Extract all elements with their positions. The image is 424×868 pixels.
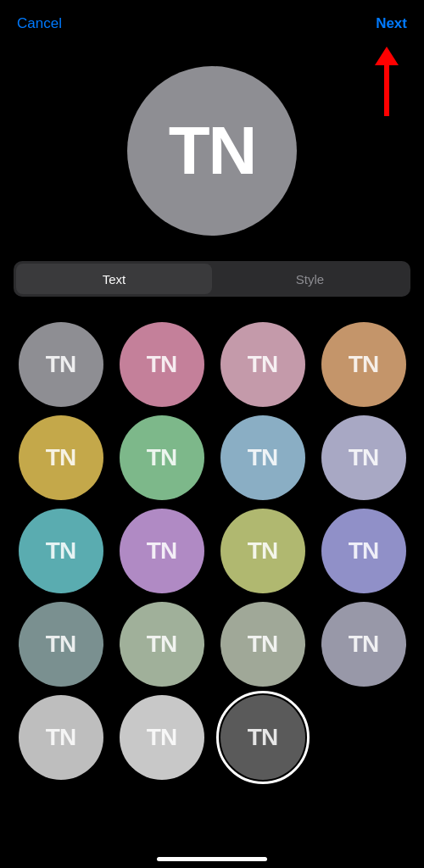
color-circle-initials-c3: TN [248,351,277,378]
color-circle-c13[interactable]: TN [19,602,103,687]
color-circle-initials-c4: TN [349,351,378,378]
color-row-1: TNTNTNTN [10,415,414,500]
color-circle-c10[interactable]: TN [120,509,204,593]
color-circle-initials-c5: TN [46,444,75,471]
color-circle-initials-c12: TN [349,537,378,565]
color-row-2: TNTNTNTN [10,509,414,593]
color-circle-c12[interactable]: TN [321,509,406,593]
color-circle-c5[interactable]: TN [19,415,103,500]
color-circle-initials-c13: TN [46,631,75,658]
color-circle-c8[interactable]: TN [321,415,406,500]
color-circle-initials-c2: TN [147,351,176,378]
avatar-section: TN [0,41,424,261]
color-circle-c18[interactable]: TN [120,695,204,780]
color-circle-c2[interactable]: TN [120,322,204,407]
color-circle-initials-c7: TN [248,444,277,471]
color-circle-initials-c14: TN [147,631,176,658]
color-circle-initials-c18: TN [147,724,176,751]
tab-style[interactable]: Style [212,264,408,294]
arrow-up-icon [375,47,399,65]
color-circle-c19[interactable]: TN [220,695,305,780]
header: Cancel Next [0,0,424,41]
color-circle-c1[interactable]: TN [19,322,103,407]
color-grid-section: TNTNTNTNTNTNTNTNTNTNTNTNTNTNTNTNTNTNTNTN [0,314,424,797]
color-circle-initials-c6: TN [147,444,176,471]
color-circle-c3[interactable]: TN [220,322,305,407]
color-circle-c7[interactable]: TN [220,415,305,500]
color-circle-initials-c1: TN [46,351,75,378]
color-circle-c11[interactable]: TN [220,509,305,593]
color-circle-c20[interactable]: TN [321,695,406,780]
color-circle-initials-c15: TN [248,631,277,658]
color-row-4: TNTNTNTN [10,695,414,780]
color-circle-c4[interactable]: TN [321,322,406,407]
color-row-0: TNTNTNTN [10,322,414,407]
tab-text[interactable]: Text [16,264,212,294]
arrow-shaft [384,65,389,116]
color-circle-initials-c8: TN [349,444,378,471]
color-circle-initials-c19: TN [248,724,277,751]
color-circle-initials-c17: TN [46,724,75,751]
color-row-3: TNTNTNTN [10,602,414,687]
color-circle-initials-c20: TN [349,724,378,751]
color-circle-c16[interactable]: TN [321,602,406,687]
color-circle-initials-c9: TN [46,537,75,565]
tab-bar: Text Style [14,261,410,297]
color-circle-initials-c16: TN [349,631,378,658]
color-circle-c15[interactable]: TN [220,602,305,687]
color-circle-initials-c11: TN [248,537,277,565]
color-circle-initials-c10: TN [147,537,176,565]
color-circle-c17[interactable]: TN [19,695,103,780]
home-indicator [157,857,267,861]
color-circle-c6[interactable]: TN [120,415,204,500]
cancel-button[interactable]: Cancel [17,15,62,32]
next-button[interactable]: Next [376,15,407,32]
avatar-circle-large: TN [127,66,297,236]
avatar-initials-large: TN [169,112,256,190]
color-circle-c14[interactable]: TN [120,602,204,687]
color-circle-c9[interactable]: TN [19,509,103,593]
arrow-indicator [375,47,399,116]
